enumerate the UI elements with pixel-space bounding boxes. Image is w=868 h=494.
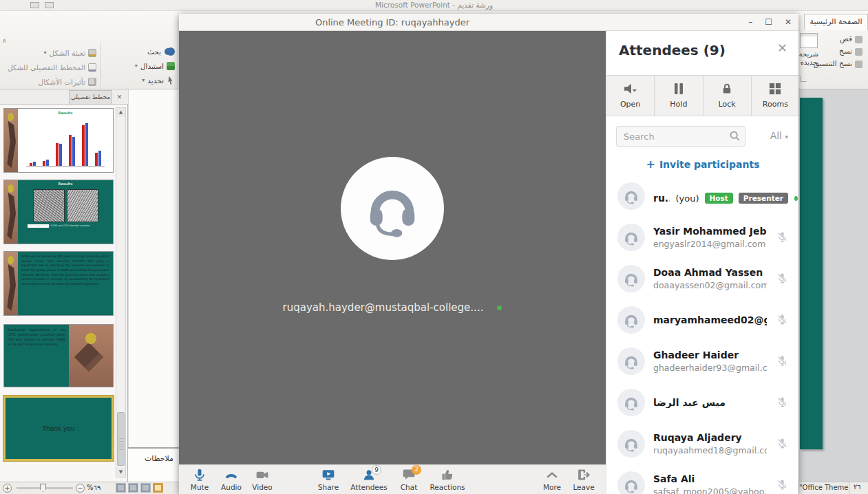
attendee-row-self[interactable]: ru... (you) Host Presenter xyxy=(606,175,798,217)
zoom-level[interactable]: %٦٩ xyxy=(87,484,100,491)
slide2-caption: SEM images of the GGBS and CKD blended s… xyxy=(28,224,103,228)
zoom-in-button[interactable]: + xyxy=(3,484,12,493)
chat-button[interactable]: 2 Chat xyxy=(392,465,425,494)
slide2-title: Results xyxy=(18,182,113,186)
maximize-icon[interactable]: ☐ xyxy=(765,14,772,31)
attendee-avatar xyxy=(617,471,645,494)
powerpoint-window-glyphs[interactable] xyxy=(30,2,54,8)
chevron-up-icon xyxy=(544,467,560,482)
meeting-titlebar[interactable]: Online Meeting ID: ruqayahhayder – ☐ ✕ xyxy=(179,14,798,31)
format-painter-button[interactable]: نسخ التنسيق xyxy=(823,59,868,72)
presence-dot xyxy=(497,305,502,310)
close-panel-icon[interactable]: ✕ xyxy=(777,41,787,55)
mute-button[interactable]: Mute xyxy=(183,465,216,494)
clipboard-dialog-launcher[interactable] xyxy=(801,76,807,82)
attendee-row[interactable]: Ghadeer Haider ghadeerhaider93@gmail.c..… xyxy=(606,341,798,382)
slide-indicator: ٢٦ xyxy=(854,483,868,491)
slide1-bar-chart xyxy=(26,116,105,167)
slide4-image xyxy=(69,325,113,387)
phone-handset-icon xyxy=(223,467,240,482)
muted-mic-icon[interactable] xyxy=(776,272,788,287)
muted-mic-icon[interactable] xyxy=(776,314,788,328)
lock-button[interactable]: Lock xyxy=(703,76,752,116)
grid-icon xyxy=(769,83,781,98)
thumbnails-scrollbar[interactable]: ▲ ▼ xyxy=(116,107,126,477)
attendee-row[interactable]: maryamhameed02@g... xyxy=(606,299,798,341)
slide-thumbnail-4[interactable]: Substantial improvement in the CFSC perf… xyxy=(3,324,114,387)
reactions-button[interactable]: Reactions xyxy=(431,465,464,494)
filter-all-dropdown[interactable]: All ▾ xyxy=(770,130,788,141)
attendee-row[interactable]: Doaa Ahmad Yassen doaayassen02@gmail.com xyxy=(606,258,798,299)
invite-participants-link[interactable]: +Invite participants xyxy=(606,158,798,171)
muted-mic-icon[interactable] xyxy=(776,231,788,246)
attendee-row[interactable]: ميس عبد الرضا xyxy=(606,382,798,423)
slide-thumbnail-3[interactable]: GGBS was activated by CKD due to its hig… xyxy=(3,251,114,316)
scroll-up-icon[interactable]: ▲ xyxy=(116,108,125,117)
share-button[interactable]: Share xyxy=(312,465,345,494)
slide-sorter-view-icon[interactable] xyxy=(140,483,151,493)
headset-icon xyxy=(363,179,422,238)
notes-pane[interactable]: ملاحظات xyxy=(128,447,179,482)
leave-icon xyxy=(575,467,592,482)
find-button[interactable]: بحث xyxy=(101,44,175,58)
search-input[interactable] xyxy=(616,126,745,147)
restore-icon[interactable] xyxy=(30,2,39,8)
replace-button[interactable]: استبدال ▾ xyxy=(101,58,175,73)
slide3-text: GGBS was activated by CKD due to its hig… xyxy=(18,252,113,290)
attendee-row[interactable]: Yasir Mohammed Jebur engyaslr2014@gmail.… xyxy=(606,217,798,258)
more-button[interactable]: More xyxy=(536,465,569,494)
leave-button[interactable]: Leave xyxy=(567,465,600,494)
attendee-avatar xyxy=(617,306,645,334)
attendee-row[interactable]: Ruqaya Aljadery ruqayaahmed18@gmail.com xyxy=(606,423,798,464)
lock-icon xyxy=(721,83,733,98)
chevron-down-icon: ▾ xyxy=(785,133,788,140)
copy-icon xyxy=(855,48,862,56)
minimize-icon[interactable]: – xyxy=(748,14,752,31)
slide4-text: Substantial improvement in the CFSC perf… xyxy=(4,325,69,350)
screen: Microsoft PowerPoint - ورشة تقديم ∧ بحث … xyxy=(0,0,868,494)
panel-close-icon[interactable]: ✕ xyxy=(114,92,125,103)
scroll-down-icon[interactable]: ▼ xyxy=(116,468,125,477)
shape-fill-button[interactable]: تعبئة الشكل ▾ xyxy=(0,45,96,60)
select-button[interactable]: تحديد ▾ xyxy=(101,73,175,87)
attendee-avatar xyxy=(617,265,645,292)
shape-outline-button[interactable]: المخطط التفصيلي للشكل xyxy=(0,60,96,74)
slide-template-art xyxy=(4,252,18,315)
slide-thumbnail-1[interactable]: Results xyxy=(3,108,114,173)
you-suffix: (you) xyxy=(676,193,699,204)
ribbon-clipboard-group: قص نسخ نسخ التنسيق xyxy=(823,34,868,72)
copy-button[interactable]: نسخ xyxy=(823,47,868,59)
attendee-avatar xyxy=(617,430,645,458)
sem-images xyxy=(18,189,113,222)
audio-button[interactable]: Audio xyxy=(215,465,248,494)
slideshow-view-icon[interactable] xyxy=(116,483,126,493)
attendees-actions: Open Hold Lock Rooms xyxy=(606,75,798,116)
muted-mic-icon[interactable] xyxy=(776,396,788,411)
scrollbar-thumb[interactable] xyxy=(117,412,125,466)
cut-button[interactable]: قص xyxy=(823,34,868,47)
attendee-row[interactable]: Safa Ali safsaf_moon2005@yahoo... xyxy=(606,464,798,494)
muted-mic-icon[interactable] xyxy=(776,355,788,369)
search-icon xyxy=(729,130,741,144)
attendees-button[interactable]: 9 Attendees xyxy=(352,465,385,494)
normal-view-icon[interactable] xyxy=(153,483,163,493)
muted-mic-icon[interactable] xyxy=(776,438,788,452)
reading-view-icon[interactable] xyxy=(128,483,138,493)
stage-email: ruqayah.hayder@mustaqbal-college.... xyxy=(283,301,484,314)
theme-status[interactable]: "Office Theme" xyxy=(798,482,849,494)
slide-thumbnail-5-selected[interactable]: Thank you xyxy=(3,396,114,461)
muted-mic-icon[interactable] xyxy=(776,479,788,493)
zoom-out-button[interactable]: − xyxy=(76,484,85,493)
tab-home[interactable]: الصفحة الرئيسية xyxy=(804,14,868,30)
slide-thumbnail-2[interactable]: Results SEM images of the GGBS and CKD b… xyxy=(3,180,114,244)
video-button[interactable]: Video xyxy=(246,465,279,494)
slide-template-art xyxy=(4,180,18,244)
hold-button[interactable]: Hold xyxy=(655,76,703,116)
rooms-button[interactable]: Rooms xyxy=(752,76,798,116)
close-icon[interactable]: ✕ xyxy=(785,14,792,31)
open-audio-button[interactable]: Open xyxy=(606,76,655,116)
shape-effects-button[interactable]: تأثيرات الأشكال xyxy=(0,74,96,89)
stage-headset-avatar xyxy=(341,157,444,260)
minimize-icon[interactable] xyxy=(45,2,54,8)
tab-outline[interactable]: مخطط تفصيلي xyxy=(69,90,112,105)
